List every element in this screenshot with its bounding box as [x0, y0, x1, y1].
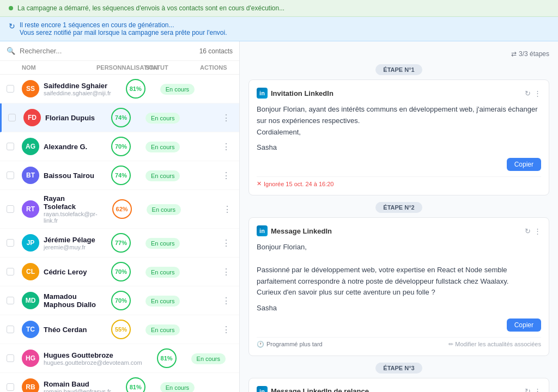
row-checkbox[interactable] — [7, 171, 14, 179]
prog-text: 🕐Programmé plus tard — [257, 341, 323, 348]
more-icon[interactable]: ⋮ — [534, 387, 541, 392]
contact-info: MD Mamadou Maphous Diallo — [22, 292, 96, 309]
more-button[interactable]: ⋮ — [220, 112, 233, 124]
more-icon[interactable]: ⋮ — [534, 89, 541, 97]
contact-row[interactable]: BT Baissou Tairou 74% En cours ⋮ — [0, 161, 239, 190]
status-text: En cours — [147, 204, 181, 215]
contact-info: RT Rayan Tsolefack rayan.tsolefack@pr-li… — [22, 194, 98, 224]
contact-name: Florian Dupuis — [45, 114, 95, 122]
perso-badge: 81% — [142, 348, 191, 368]
steps-icon: ⇄ — [511, 50, 517, 58]
actions-col: ⋮ — [200, 266, 233, 278]
step-card-1: in Invitation LinkedIn ↻ ⋮ Bonjour Flori… — [248, 79, 549, 195]
perso-circle: 81% — [126, 377, 145, 392]
step-card-header: in Invitation LinkedIn ↻ ⋮ — [257, 88, 541, 99]
search-input[interactable] — [20, 47, 195, 55]
contact-row[interactable]: TC Théo Cerdan 55% En cours ⋮ — [0, 315, 239, 344]
contact-row[interactable]: JP Jérémie Pélage jeremie@muy.fr 77% En … — [0, 229, 239, 258]
row-checkbox[interactable] — [7, 297, 14, 304]
actions-col: ⋮ — [200, 112, 233, 124]
status-text: En cours — [145, 267, 180, 278]
status-badge: En cours — [145, 114, 200, 122]
contact-info: SS Saifeddine Sghaier saifeddine.sghaier… — [22, 80, 111, 97]
row-checkbox[interactable] — [7, 354, 14, 362]
perso-circle: 70% — [111, 137, 131, 156]
step-card-actions: ↻ ⋮ — [525, 387, 541, 392]
search-icon: 🔍 — [7, 47, 15, 55]
header-statut: STATUT — [145, 64, 200, 71]
step-card-3: in Message LinkedIn de relance ↻ ⋮ Bonjo… — [248, 378, 549, 392]
contact-name-block: Rayan Tsolefack rayan.tsolefack@pr-link.… — [44, 194, 98, 224]
contact-row[interactable]: SS Saifeddine Sghaier saifeddine.sghaier… — [0, 75, 239, 103]
right-panel[interactable]: ⇄ 3/3 étapes ÉTAPE N°1 in Invitation Lin… — [240, 41, 558, 392]
status-text: En cours — [145, 142, 180, 152]
step-card-2: in Message LinkedIn ↻ ⋮ Bonjour Florian,… — [248, 217, 549, 356]
contact-row[interactable]: CL Cédric Leroy 70% En cours ⋮ — [0, 258, 239, 286]
status-badge: En cours — [191, 354, 239, 363]
contact-email: hugues.gouttebroze@devoteam.com — [44, 359, 142, 366]
row-checkbox[interactable] — [7, 326, 14, 333]
perso-badge: 77% — [96, 233, 145, 253]
contact-info: AG Alexandre G. — [22, 138, 96, 155]
more-button[interactable]: ⋮ — [220, 237, 233, 249]
main-layout: 🔍 16 contacts NOM PERSONNALISATION STATU… — [0, 41, 558, 392]
row-checkbox[interactable] — [7, 143, 14, 150]
avatar: FD — [23, 109, 41, 126]
copy-button[interactable]: Copier — [507, 158, 541, 171]
row-checkbox[interactable] — [7, 268, 14, 275]
second-banner-text: Il reste encore 1 séquences en cours de … — [20, 21, 227, 36]
perso-badge: 74% — [96, 166, 145, 185]
perso-circle: 81% — [157, 348, 177, 368]
row-checkbox[interactable] — [7, 205, 14, 213]
more-button[interactable]: ⋮ — [234, 381, 239, 393]
step-card-actions: ↻ ⋮ — [525, 89, 541, 97]
step-card-title: in Invitation LinkedIn — [257, 88, 333, 99]
more-button[interactable]: ⋮ — [220, 169, 233, 182]
header-name: NOM — [22, 64, 96, 71]
step-card-body: Bonjour Florian, ayant des intérêts comm… — [257, 104, 541, 171]
contact-name: Théo Cerdan — [44, 326, 87, 334]
linkedin-icon: in — [257, 225, 268, 236]
contact-info: CL Cédric Leroy — [22, 263, 96, 280]
more-icon[interactable]: ⋮ — [534, 227, 541, 235]
perso-badge: 81% — [111, 79, 160, 99]
refresh-icon[interactable]: ↻ — [525, 89, 531, 97]
modify-link[interactable]: ✏Modifier les actualités associées — [448, 341, 541, 348]
avatar: BT — [22, 167, 39, 184]
contact-name-block: Florian Dupuis — [45, 114, 95, 122]
actions-col: ⋮ — [200, 169, 233, 182]
etape-label-1: ÉTAPE N°1 — [248, 64, 549, 75]
status-badge: En cours — [160, 85, 215, 93]
copy-button[interactable]: Copier — [507, 318, 541, 332]
more-button[interactable]: ⋮ — [220, 266, 233, 278]
more-button[interactable]: ⋮ — [220, 323, 233, 336]
contact-row[interactable]: MD Mamadou Maphous Diallo 70% En cours ⋮ — [0, 286, 239, 315]
contact-row[interactable]: FD Florian Dupuis 74% En cours ⋮ — [0, 103, 239, 132]
contact-row[interactable]: RT Rayan Tsolefack rayan.tsolefack@pr-li… — [0, 190, 239, 229]
refresh-icon[interactable]: ↻ — [525, 387, 531, 392]
actions-col: ⋮ — [201, 203, 234, 216]
contact-name: Mamadou Maphous Diallo — [44, 292, 96, 309]
step-card-title: in Message LinkedIn — [257, 225, 332, 236]
actions-col: ⋮ — [200, 140, 233, 153]
contact-name: Rayan Tsolefack — [44, 194, 98, 211]
row-checkbox[interactable] — [7, 383, 14, 391]
contact-row[interactable]: HG Hugues Gouttebroze hugues.gouttebroze… — [0, 344, 239, 373]
refresh-icon[interactable]: ↻ — [525, 227, 531, 235]
contact-row[interactable]: AG Alexandre G. 70% En cours ⋮ — [0, 132, 239, 161]
etape-label-2: ÉTAPE N°2 — [248, 202, 549, 213]
more-button[interactable]: ⋮ — [220, 140, 233, 153]
linkedin-icon: in — [257, 386, 268, 392]
contact-row[interactable]: RB Romain Baud romain.baud@enfrasys.fr 8… — [0, 373, 239, 392]
row-checkbox[interactable] — [7, 85, 14, 93]
contact-name-block: Théo Cerdan — [44, 326, 87, 334]
table-header: NOM PERSONNALISATION STATUT ACTIONS — [0, 61, 239, 75]
status-badge: En cours — [145, 268, 200, 276]
more-button[interactable]: ⋮ — [220, 295, 233, 307]
row-checkbox[interactable] — [8, 114, 16, 121]
row-checkbox[interactable] — [7, 239, 14, 247]
more-button[interactable]: ⋮ — [234, 83, 239, 95]
more-button[interactable]: ⋮ — [221, 203, 234, 216]
contact-info: FD Florian Dupuis — [23, 109, 96, 126]
status-text: En cours — [160, 382, 195, 393]
